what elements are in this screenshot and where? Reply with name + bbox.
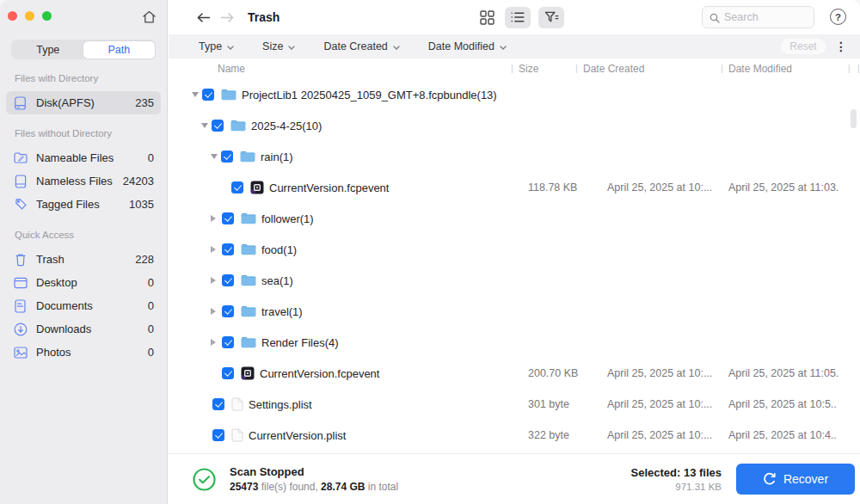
file-date-modified: April 25, 2025 at 10:5..	[728, 398, 837, 410]
list-view-icon[interactable]	[505, 7, 531, 28]
tab-type[interactable]: Type	[13, 41, 84, 58]
filter-date-created[interactable]: Date Created	[323, 40, 399, 52]
tab-path[interactable]: Path	[83, 41, 155, 58]
row-checkbox[interactable]	[222, 243, 234, 255]
table-row[interactable]: Settings.plist301 byteApril 25, 2025 at …	[169, 389, 860, 420]
row-checkbox[interactable]	[212, 429, 224, 441]
grid-view-icon[interactable]	[476, 7, 497, 28]
row-checkbox[interactable]	[212, 120, 224, 132]
folder-icon	[240, 151, 255, 163]
filter-date-modified[interactable]: Date Modified	[428, 40, 507, 52]
sidebar-item-trash[interactable]: Trash228	[6, 248, 161, 271]
sidebar-item-count: 1035	[129, 198, 154, 211]
search-icon	[710, 13, 720, 23]
disclosure-triangle-collapsed[interactable]	[211, 277, 216, 284]
back-arrow-icon[interactable]	[194, 9, 212, 26]
filter-type[interactable]: Type	[199, 40, 234, 52]
filter-label: Date Created	[323, 40, 387, 52]
reset-button[interactable]: Reset	[781, 39, 826, 54]
column-header-date-modified[interactable]: Date Modified	[728, 63, 792, 75]
table-row[interactable]: travel(1)	[169, 296, 860, 327]
row-checkbox[interactable]	[222, 212, 234, 224]
total-size: 28.74 GB	[321, 481, 365, 493]
column-header-size[interactable]: Size	[519, 63, 538, 75]
selection-summary: Selected: 13 files 971.31 KB	[631, 466, 722, 492]
sidebar-item-label: Trash	[36, 253, 64, 266]
row-checkbox[interactable]	[222, 274, 234, 286]
nameless-files-icon	[13, 174, 28, 188]
column-divider: |	[721, 63, 723, 73]
sidebar-item-nameless-files[interactable]: Nameless Files24203	[6, 169, 161, 193]
table-row[interactable]: food(1)	[169, 234, 860, 265]
filter-label: Size	[262, 40, 283, 52]
forward-arrow-icon[interactable]	[218, 9, 236, 26]
disclosure-triangle-collapsed[interactable]	[211, 246, 216, 253]
help-icon[interactable]: ?	[830, 9, 846, 25]
sidebar-item-count: 0	[148, 276, 154, 289]
table-row[interactable]: Render Files(4)	[169, 327, 860, 358]
file-date-modified: April 25, 2025 at 11:03.	[728, 181, 838, 194]
column-header-name[interactable]: Name	[218, 63, 245, 75]
row-checkbox[interactable]	[222, 336, 234, 348]
file-name: CurrentVersion.fcpevent	[269, 181, 389, 194]
search-input[interactable]	[724, 8, 810, 27]
table-row[interactable]: CurrentVersion.fcpevent200.70 KBApril 25…	[169, 358, 860, 389]
disclosure-triangle-collapsed[interactable]	[211, 215, 216, 222]
table-row[interactable]: follower(1)	[169, 203, 860, 234]
sidebar-item-count: 0	[148, 346, 154, 359]
minimize-button[interactable]	[25, 11, 34, 21]
sidebar-titlebar	[0, 0, 167, 33]
nameable-files-icon	[13, 151, 28, 165]
file-name: food(1)	[261, 243, 297, 256]
file-name: Settings.plist	[249, 398, 312, 411]
file-date-created: April 25, 2025 at 10:...	[607, 429, 712, 441]
chevron-down-icon	[393, 40, 400, 52]
traffic-lights	[8, 11, 52, 21]
row-checkbox[interactable]	[231, 181, 243, 194]
table-row[interactable]: CurrentVersion.fcpevent118.78 KBApril 25…	[169, 172, 860, 203]
scrollbar-thumb[interactable]	[851, 109, 857, 128]
main-panel: Trash ? TypeSizeDate CreatedDate Modifie…	[169, 0, 860, 504]
disclosure-triangle-expanded[interactable]	[201, 123, 208, 128]
column-header-date-created[interactable]: Date Created	[583, 63, 644, 75]
sidebar-item-nameable-files[interactable]: Nameable Files0	[6, 146, 161, 169]
recover-button[interactable]: Recover	[736, 464, 855, 495]
file-size: 301 byte	[528, 398, 569, 410]
home-icon[interactable]	[141, 9, 157, 25]
sidebar-item-documents[interactable]: Documents0	[6, 294, 161, 317]
scan-status-title: Scan Stopped	[230, 465, 398, 478]
sidebar-item-photos[interactable]: Photos0	[6, 341, 161, 364]
disclosure-triangle-expanded[interactable]	[192, 92, 199, 97]
row-checkbox[interactable]	[221, 151, 233, 163]
row-checkbox[interactable]	[202, 89, 214, 101]
folder-icon	[230, 120, 246, 132]
disclosure-triangle-expanded[interactable]	[211, 154, 218, 159]
disclosure-triangle-collapsed[interactable]	[211, 308, 216, 315]
close-button[interactable]	[8, 11, 17, 21]
sidebar-tab-bar: TypePath	[11, 40, 156, 59]
table-row[interactable]: sea(1)	[169, 265, 860, 296]
sidebar-item-desktop[interactable]: Desktop0	[6, 271, 161, 294]
sidebar-item-tagged-files[interactable]: Tagged Files1035	[6, 193, 161, 216]
row-checkbox[interactable]	[222, 367, 234, 379]
table-row[interactable]: 2025-4-25(10)	[169, 110, 860, 141]
sidebar-section-label: Quick Access	[15, 230, 167, 242]
sidebar-item-disk-apfs[interactable]: Disk(APFS)235	[6, 91, 161, 114]
sidebar-item-label: Desktop	[36, 276, 77, 289]
zoom-button[interactable]	[42, 11, 52, 21]
sidebar: TypePath Files with DirectoryDisk(APFS)2…	[0, 0, 168, 504]
table-row[interactable]: ProjectLib1 20250425_1059_GMT+8.fcpbundl…	[169, 79, 860, 110]
table-row[interactable]: CurrentVersion.plist322 byteApril 25, 20…	[169, 420, 860, 451]
row-checkbox[interactable]	[222, 305, 234, 317]
filter-funnel-icon[interactable]	[538, 7, 564, 28]
chevron-down-icon	[288, 40, 295, 52]
more-options-icon[interactable]: ⋮	[835, 38, 847, 55]
sidebar-item-downloads[interactable]: Downloads0	[6, 317, 161, 341]
table-row[interactable]: rain(1)	[169, 141, 860, 172]
recover-refresh-icon	[763, 472, 777, 486]
chevron-down-icon	[227, 40, 234, 52]
scan-status: Scan Stopped 25473 file(s) found, 28.74 …	[230, 465, 398, 493]
disclosure-triangle-collapsed[interactable]	[211, 339, 216, 346]
filter-size[interactable]: Size	[262, 40, 295, 52]
row-checkbox[interactable]	[212, 398, 224, 410]
